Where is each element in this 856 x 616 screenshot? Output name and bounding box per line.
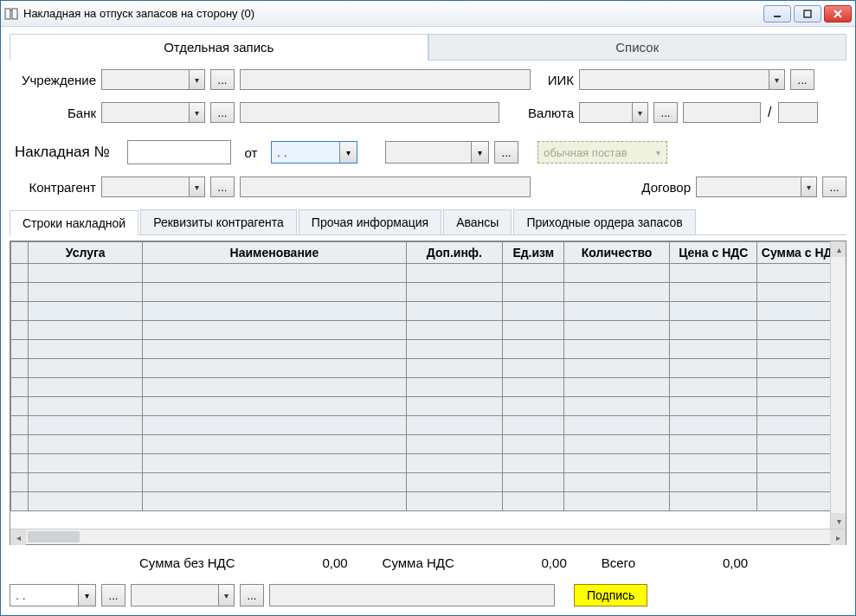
table-cell[interactable] xyxy=(670,359,757,378)
footer-date-combo[interactable]: . . xyxy=(10,584,96,606)
scroll-left-icon[interactable]: ◂ xyxy=(10,529,26,545)
table-cell[interactable] xyxy=(29,454,143,473)
table-cell[interactable] xyxy=(503,473,564,492)
table-cell[interactable] xyxy=(670,378,757,397)
table-cell[interactable] xyxy=(11,359,29,378)
table-cell[interactable] xyxy=(503,378,564,397)
table-cell[interactable] xyxy=(29,473,143,492)
hscroll-track[interactable] xyxy=(26,529,830,544)
chevron-down-icon[interactable] xyxy=(649,142,666,163)
table-cell[interactable] xyxy=(503,340,564,359)
table-row[interactable] xyxy=(11,359,846,378)
table-cell[interactable] xyxy=(503,416,564,435)
tab-advances[interactable]: Авансы xyxy=(443,209,512,234)
delivery-type-combo[interactable]: обычная постав xyxy=(537,141,667,164)
lookup-counterparty-button[interactable]: ... xyxy=(210,176,235,197)
table-cell[interactable] xyxy=(503,492,564,511)
table-row[interactable] xyxy=(11,264,846,283)
scroll-right-icon[interactable]: ▸ xyxy=(830,529,846,545)
table-cell[interactable] xyxy=(29,492,143,511)
table-row[interactable] xyxy=(11,302,846,321)
minimize-button[interactable] xyxy=(763,5,791,22)
table-cell[interactable] xyxy=(29,397,143,416)
table-cell[interactable] xyxy=(670,302,757,321)
bank-name-input[interactable] xyxy=(240,102,499,123)
table-cell[interactable] xyxy=(11,454,29,473)
table-cell[interactable] xyxy=(564,473,670,492)
table-cell[interactable] xyxy=(29,416,143,435)
chevron-down-icon[interactable] xyxy=(471,142,488,163)
chevron-down-icon[interactable] xyxy=(189,70,204,89)
chevron-down-icon[interactable] xyxy=(189,103,204,122)
tab-receipt-orders[interactable]: Приходные ордера запасов xyxy=(513,209,695,234)
table-cell[interactable] xyxy=(564,416,670,435)
table-cell[interactable] xyxy=(564,492,670,511)
table-row[interactable] xyxy=(11,416,846,435)
table-cell[interactable] xyxy=(143,340,406,359)
table-cell[interactable] xyxy=(29,302,143,321)
table-row[interactable] xyxy=(11,378,846,397)
table-cell[interactable] xyxy=(11,435,29,454)
tab-requisites[interactable]: Реквизиты контрагента xyxy=(140,209,297,234)
lookup-currency-button[interactable]: ... xyxy=(653,102,678,123)
combo-counterparty[interactable] xyxy=(101,176,205,197)
table-row[interactable] xyxy=(11,492,846,511)
table-cell[interactable] xyxy=(503,302,564,321)
table-cell[interactable] xyxy=(564,321,670,340)
grid-body[interactable]: Услуга Наименование Доп.инф. Ед.изм Коли… xyxy=(10,241,846,529)
table-cell[interactable] xyxy=(143,283,406,302)
table-cell[interactable] xyxy=(406,397,503,416)
combo-contract[interactable] xyxy=(696,176,817,197)
table-cell[interactable] xyxy=(143,264,406,283)
chevron-down-icon[interactable] xyxy=(339,142,357,163)
tab-other-info[interactable]: Прочая информация xyxy=(299,209,441,234)
combo-iik[interactable] xyxy=(579,69,785,90)
table-cell[interactable] xyxy=(143,492,406,511)
date-extra-combo[interactable] xyxy=(385,141,489,164)
table-cell[interactable] xyxy=(503,454,564,473)
table-cell[interactable] xyxy=(143,454,406,473)
table-cell[interactable] xyxy=(564,454,670,473)
table-cell[interactable] xyxy=(143,473,406,492)
table-cell[interactable] xyxy=(406,283,503,302)
chevron-down-icon[interactable] xyxy=(801,177,816,196)
hscroll-thumb[interactable] xyxy=(28,531,80,542)
table-cell[interactable] xyxy=(670,264,757,283)
col-extra[interactable]: Доп.инф. xyxy=(406,242,503,264)
currency-unit-input[interactable] xyxy=(778,102,818,123)
signature-button[interactable]: Подпись xyxy=(574,584,647,606)
table-cell[interactable] xyxy=(406,302,503,321)
table-cell[interactable] xyxy=(670,340,757,359)
table-cell[interactable] xyxy=(11,492,29,511)
combo-bank[interactable] xyxy=(101,102,205,123)
table-cell[interactable] xyxy=(406,359,503,378)
chevron-down-icon[interactable] xyxy=(632,103,647,122)
table-cell[interactable] xyxy=(29,359,143,378)
footer-combo[interactable] xyxy=(131,584,235,606)
table-cell[interactable] xyxy=(503,264,564,283)
table-cell[interactable] xyxy=(11,378,29,397)
date-from-combo[interactable]: . . xyxy=(271,141,357,164)
table-cell[interactable] xyxy=(406,454,503,473)
table-cell[interactable] xyxy=(564,359,670,378)
currency-rate-input[interactable] xyxy=(683,102,761,123)
institution-name-input[interactable] xyxy=(240,69,531,90)
table-cell[interactable] xyxy=(143,397,406,416)
chevron-down-icon[interactable] xyxy=(78,585,95,606)
tab-list[interactable]: Список xyxy=(428,34,847,61)
vscroll-track[interactable] xyxy=(831,257,846,513)
table-cell[interactable] xyxy=(406,416,503,435)
table-cell[interactable] xyxy=(670,473,757,492)
table-cell[interactable] xyxy=(503,283,564,302)
table-cell[interactable] xyxy=(503,397,564,416)
table-cell[interactable] xyxy=(143,378,406,397)
scroll-down-icon[interactable]: ▾ xyxy=(831,513,846,529)
table-cell[interactable] xyxy=(406,435,503,454)
table-cell[interactable] xyxy=(11,473,29,492)
table-cell[interactable] xyxy=(564,397,670,416)
table-cell[interactable] xyxy=(406,492,503,511)
scroll-up-icon[interactable]: ▴ xyxy=(831,241,846,257)
table-cell[interactable] xyxy=(11,397,29,416)
table-cell[interactable] xyxy=(11,264,29,283)
vertical-scrollbar[interactable]: ▴ ▾ xyxy=(830,241,846,529)
